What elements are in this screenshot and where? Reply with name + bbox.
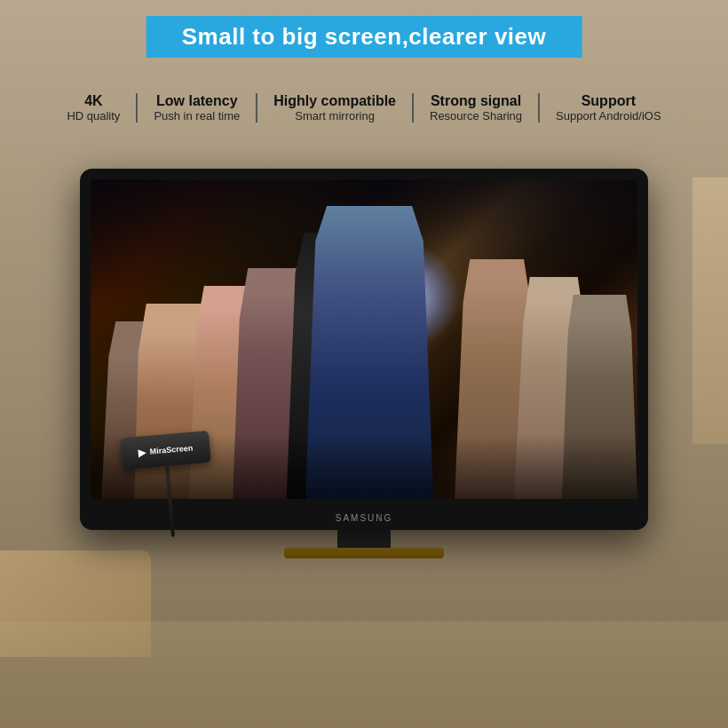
feature-signal-subtitle: Resource Sharing xyxy=(430,109,522,123)
feature-4k-subtitle: HD quality xyxy=(67,109,120,123)
right-shelf xyxy=(692,178,728,444)
feature-signal-title: Strong signal xyxy=(431,93,521,109)
feature-support-subtitle: Support Android/iOS xyxy=(556,109,661,123)
features-bar: 4K HD quality Low latency Push in real t… xyxy=(0,93,728,123)
feature-low-latency: Low latency Push in real time xyxy=(138,93,257,123)
feature-4k: 4K HD quality xyxy=(51,93,138,123)
feature-compatible-subtitle: Smart mirroring xyxy=(295,109,375,123)
dongle-cable xyxy=(165,466,175,537)
top-banner: Small to big screen,clearer view xyxy=(146,16,582,58)
feature-latency-subtitle: Push in real time xyxy=(154,109,240,123)
feature-latency-title: Low latency xyxy=(156,93,238,109)
feature-compatible: Highly compatible Smart mirroring xyxy=(257,93,414,123)
tv-stand-neck xyxy=(337,530,391,548)
floor-surface xyxy=(0,621,728,728)
feature-compatible-title: Highly compatible xyxy=(273,93,396,109)
dongle-brand-text: MiraScreen xyxy=(149,443,193,455)
feature-4k-title: 4K xyxy=(84,93,102,109)
tv-brand-label: SAMSUNG xyxy=(336,513,393,523)
feature-support: Support Support Android/iOS xyxy=(540,93,677,123)
dongle-play-icon: ▶ xyxy=(138,446,146,459)
main-container: Small to big screen,clearer view 4K HD q… xyxy=(0,0,728,728)
dongle-wrapper: ▶ MiraScreen xyxy=(120,431,218,541)
feature-support-title: Support xyxy=(582,93,636,109)
feature-signal: Strong signal Resource Sharing xyxy=(414,93,540,123)
dongle-body: ▶ MiraScreen xyxy=(120,431,211,471)
tv-stand-base xyxy=(284,548,444,558)
banner-text: Small to big screen,clearer view xyxy=(182,23,547,50)
